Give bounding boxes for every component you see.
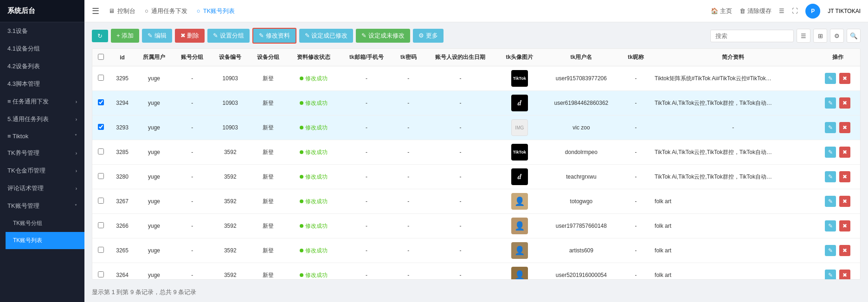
sidebar-item-tk-list[interactable]: TK账号列表 (6, 232, 84, 249)
action-edit-button[interactable]: ✎ (825, 220, 836, 231)
cell-id: 3293 (109, 116, 135, 140)
sidebar-group-task: ≡ 任务通用下发 › (0, 93, 84, 110)
sidebar-group-5-header[interactable]: 5.通用任务列表 › (0, 110, 84, 128)
action-edit-button[interactable]: ✎ (825, 245, 836, 256)
row-checkbox-3285[interactable] (98, 148, 104, 154)
col-status: 资料修改状态 (287, 49, 340, 66)
cell-id: 3266 (109, 214, 135, 238)
more-button[interactable]: ⚙ 更多 (413, 29, 444, 43)
cell-birthday: - (424, 66, 497, 91)
sidebar-group-tk-account-header[interactable]: TK养号管理 › (0, 144, 84, 162)
sidebar-item-4-2[interactable]: 4.2设备列表 (0, 58, 84, 75)
pagination: 显示第 1 到第 9 条记录，总共 9 条记录 (92, 284, 861, 296)
cell-status: 修改成功 (287, 116, 340, 140)
row-checkbox-3280[interactable] (98, 173, 104, 179)
grid-view-button[interactable]: ⊞ (813, 29, 827, 43)
action-edit-button[interactable]: ✎ (825, 122, 836, 133)
action-edit-button[interactable]: ✎ (825, 97, 836, 109)
data-table: id 所属用户 账号分组 设备编号 设备分组 资料修改状态 tk邮箱/手机号 t… (92, 49, 860, 280)
action-edit-button[interactable]: ✎ (825, 73, 836, 84)
action-edit-button[interactable]: ✎ (825, 171, 836, 182)
sidebar-group-tk-mgmt-header[interactable]: TK账号管理 ˅ (0, 197, 84, 215)
action-delete-button[interactable]: ✖ (839, 220, 850, 231)
cell-action: ✎ ✖ (815, 140, 860, 165)
row-checkbox-3266[interactable] (98, 222, 104, 228)
row-checkbox-3295[interactable] (98, 75, 104, 81)
sidebar-group-tiktok-header[interactable]: ≡ Tiktok ˅ (0, 128, 84, 144)
search-input[interactable] (710, 30, 794, 42)
group-label: 评论话术管理 (7, 184, 44, 193)
action-delete-button[interactable]: ✖ (839, 171, 850, 182)
row-checkbox-3294[interactable] (98, 99, 104, 105)
cell-owner: yuge (135, 263, 173, 280)
edit-button[interactable]: ✎ 编辑 (142, 29, 172, 43)
cell-account-group: - (173, 189, 211, 214)
row-checkbox-3265[interactable] (98, 247, 104, 253)
select-all-checkbox[interactable] (98, 54, 104, 60)
sidebar-item-3-1[interactable]: 3.1设备 (0, 22, 84, 40)
refresh-button[interactable]: ↻ (92, 30, 108, 42)
edit-info-button[interactable]: ✎ 修改资料 (252, 28, 296, 44)
cell-username: user9157083977206 (542, 66, 621, 91)
cell-action: ✎ ✖ (815, 263, 860, 280)
cell-bio: folk art (651, 238, 815, 263)
home-link[interactable]: 🏠 主页 (711, 7, 732, 15)
sidebar-item-label: 4.1设备分组 (7, 45, 40, 53)
cell-device-no: 3592 (211, 189, 249, 214)
settings-button[interactable]: ⚙ (830, 29, 844, 43)
main-content: ☰ 🖥 控制台 ○ 通用任务下发 ○ TK账号列表 🏠 主页 🗑 清除缓存 (84, 0, 868, 302)
nav-control-panel[interactable]: 🖥 控制台 (109, 7, 135, 15)
cell-account-group: - (173, 116, 211, 140)
cell-device-group: 新登 (249, 116, 287, 140)
action-edit-button[interactable]: ✎ (825, 147, 836, 158)
nav-label: TK账号列表 (203, 7, 235, 15)
clear-cache-button[interactable]: 🗑 清除缓存 (739, 7, 772, 15)
action-edit-button[interactable]: ✎ (825, 196, 836, 207)
set-edited-button[interactable]: ✎ 设定成已修改 (299, 29, 354, 43)
action-delete-button[interactable]: ✖ (839, 73, 850, 84)
expand-icon-btn[interactable]: ⛶ (792, 7, 798, 14)
cell-device-no: 10903 (211, 66, 249, 91)
monitor-icon: 🖥 (109, 7, 115, 14)
cell-device-group: 新登 (249, 214, 287, 238)
cell-owner: yuge (135, 214, 173, 238)
set-group-button[interactable]: ✎ 设置分组 (207, 29, 250, 43)
action-delete-button[interactable]: ✖ (839, 122, 850, 133)
sidebar-group-tiktok: ≡ Tiktok ˅ (0, 128, 84, 144)
nav-general-task[interactable]: ○ 通用任务下发 (145, 7, 187, 15)
cell-bio: TikTok Ai,TikTok云控,TikTok群控，TikTok自动化,Ti… (651, 140, 815, 165)
table-row: 3280 yuge - 3592 新登 修改成功 - - - 𝒅 teachrg… (92, 165, 860, 189)
cell-bio: Tiktok矩阵系统#TikTok Ai#TikTok云控#TikTok群控#T… (651, 66, 815, 91)
sidebar-group-tk-gold-header[interactable]: TK仓金币管理 › (0, 162, 84, 180)
cell-account-group: - (173, 91, 211, 116)
grid-icon-btn[interactable]: ☰ (779, 7, 784, 14)
row-checkbox-3293[interactable] (98, 124, 104, 130)
cell-id: 3294 (109, 91, 135, 116)
cell-username: totogwgo (542, 189, 621, 214)
delete-button[interactable]: ✖ 删除 (175, 29, 205, 43)
sidebar-group-comment-header[interactable]: 评论话术管理 › (0, 180, 84, 197)
cell-username: user5201916000054 (542, 263, 621, 280)
search-button[interactable]: 🔍 (847, 29, 861, 43)
col-username: tk用户名 (542, 49, 621, 66)
action-delete-button[interactable]: ✖ (839, 245, 850, 256)
cell-email: - (340, 140, 393, 165)
action-delete-button[interactable]: ✖ (839, 97, 850, 109)
menu-icon[interactable]: ☰ (92, 6, 99, 16)
sidebar-item-4-1[interactable]: 4.1设备分组 (0, 40, 84, 58)
cell-email: - (340, 238, 393, 263)
sidebar-item-4-3[interactable]: 4.3脚本管理 (0, 75, 84, 93)
sidebar-item-tk-group[interactable]: TK账号分组 (6, 215, 84, 232)
action-edit-button[interactable]: ✎ (825, 270, 836, 280)
action-delete-button[interactable]: ✖ (839, 147, 850, 158)
action-delete-button[interactable]: ✖ (839, 270, 850, 280)
table-view-button[interactable]: ☰ (797, 29, 810, 43)
row-checkbox-3267[interactable] (98, 198, 104, 204)
sidebar-group-task-header[interactable]: ≡ 任务通用下发 › (0, 93, 84, 110)
row-checkbox-3264[interactable] (98, 271, 104, 277)
add-button[interactable]: + 添加 (111, 29, 139, 43)
action-delete-button[interactable]: ✖ (839, 196, 850, 207)
col-avatar-img: tk头像图片 (497, 49, 542, 66)
set-unedited-button[interactable]: ✎ 设定成未修改 (356, 29, 410, 43)
nav-tk-account-list[interactable]: ○ TK账号列表 (197, 7, 235, 15)
